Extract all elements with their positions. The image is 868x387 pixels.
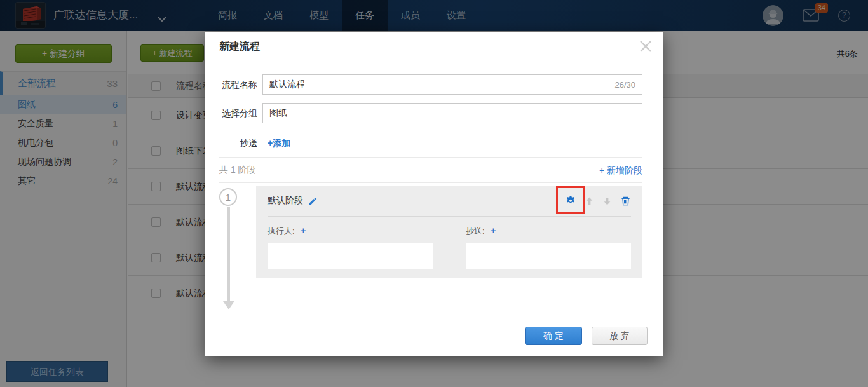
edit-stage-name-icon[interactable] <box>308 196 318 206</box>
stage-summary: 共 1 阶段 <box>219 165 256 176</box>
stage-cc-column: 抄送: + <box>466 225 631 269</box>
new-flow-modal: 新建流程 流程名称 默认流程 26/30 选择分组 图纸 抄送 +添加 共 1 … <box>205 32 663 356</box>
char-counter: 26/30 <box>614 80 635 90</box>
cc-add-link[interactable]: +添加 <box>268 136 290 150</box>
stage-card-body: 执行人: + 抄送: + <box>256 217 642 269</box>
executor-column: 执行人: + <box>268 225 433 269</box>
flow-name-row: 流程名称 默认流程 26/30 <box>219 74 642 95</box>
executor-label: 执行人: <box>268 226 295 236</box>
modal-title: 新建流程 <box>219 41 260 51</box>
flow-name-input[interactable]: 默认流程 26/30 <box>262 74 642 95</box>
close-icon[interactable] <box>639 39 653 53</box>
cc-label: 抄送 <box>219 136 257 150</box>
modal-header: 新建流程 <box>205 32 663 60</box>
group-select-row: 选择分组 图纸 <box>219 103 642 123</box>
cc-row: 抄送 +添加 <box>219 136 642 150</box>
stage-cc-label: 抄送: <box>466 226 485 236</box>
stage-settings-gear-icon[interactable] <box>565 195 576 207</box>
stage-number-badge: 1 <box>219 188 237 206</box>
page: 广联达信息大厦... 简报文档模型任务成员设置 34 <box>0 0 868 387</box>
group-select-input[interactable]: 图纸 <box>262 103 642 123</box>
move-stage-up-icon[interactable] <box>585 196 594 206</box>
stage-timeline-arrow-icon <box>223 301 234 309</box>
delete-stage-trash-icon[interactable] <box>620 196 631 207</box>
flow-name-label: 流程名称 <box>219 74 257 95</box>
stage-card-header: 默认阶段 <box>256 186 642 216</box>
stage-name: 默认阶段 <box>268 195 303 207</box>
flow-name-value: 默认流程 <box>269 79 614 90</box>
stage-summary-bar: 共 1 阶段 + 新增阶段 <box>219 158 642 182</box>
divider <box>219 157 642 158</box>
group-select-value: 图纸 <box>269 107 635 119</box>
confirm-button[interactable]: 确 定 <box>525 327 582 345</box>
stage-card: 默认阶段 <box>256 186 642 278</box>
add-cc-icon[interactable]: + <box>491 225 496 236</box>
stage-cc-box[interactable] <box>466 243 631 269</box>
add-stage-link[interactable]: + 新增阶段 <box>599 163 642 177</box>
group-select-label: 选择分组 <box>219 103 257 123</box>
cancel-button[interactable]: 放 弃 <box>592 327 648 345</box>
divider <box>219 182 642 183</box>
add-executor-icon[interactable]: + <box>301 225 306 236</box>
stage-region: 1 默认阶段 <box>219 186 642 316</box>
move-stage-down-icon[interactable] <box>602 196 612 206</box>
stage-timeline-line <box>227 207 230 301</box>
executor-box[interactable] <box>268 243 433 269</box>
modal-footer: 确 定 放 弃 <box>205 316 663 356</box>
stage-card-actions <box>565 195 631 207</box>
